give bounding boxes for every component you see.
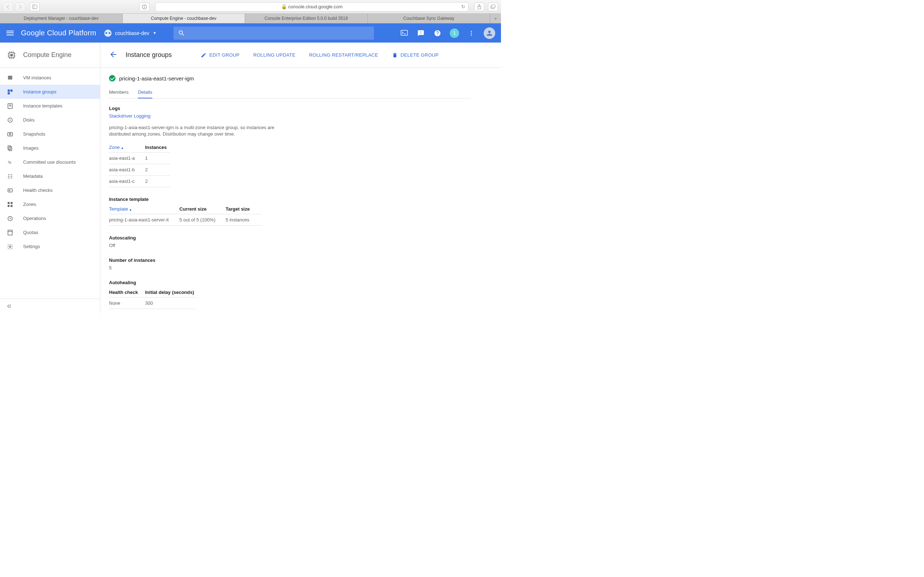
svg-point-37 [10, 133, 11, 135]
help-icon[interactable] [433, 29, 442, 37]
svg-rect-14 [10, 54, 13, 56]
clock-icon [6, 215, 14, 222]
svg-rect-36 [8, 132, 13, 136]
tab-details[interactable]: Details [138, 87, 152, 98]
browser-tab[interactable]: Couchbase Sync Gateway [368, 14, 491, 23]
sidebar-item-operations[interactable]: Operations [0, 211, 100, 226]
images-icon [6, 145, 14, 152]
url-bar[interactable]: 🔒 console.cloud.google.com ↻ [155, 2, 468, 11]
sidebar-item-images[interactable]: Images [0, 141, 100, 155]
gcp-header: Google Cloud Platform couchbase-dev ▼ 1 [0, 23, 501, 43]
num-instances-label: Number of instances [109, 258, 471, 263]
browser-tab[interactable]: Deployment Manager - couchbase-dev [0, 14, 123, 23]
template-header[interactable]: Template [109, 204, 179, 214]
gear-icon [6, 243, 14, 250]
back-button[interactable] [3, 3, 13, 11]
back-arrow-icon[interactable] [109, 50, 118, 60]
svg-rect-30 [8, 92, 10, 94]
sidebar-item-vm-instances[interactable]: VM instances [0, 71, 100, 85]
detail-tabs: Members Details [109, 87, 471, 98]
sidebar-item-instance-groups[interactable]: Instance groups [0, 85, 100, 99]
hamburger-menu-icon[interactable] [6, 29, 15, 37]
svg-point-12 [471, 34, 472, 35]
health-icon [6, 187, 14, 194]
zone-table: Zone Instances asia-east1-a1 asia-east1-… [109, 142, 170, 187]
sidebar-item-instance-templates[interactable]: Instance templates [0, 99, 100, 113]
table-row: pricing-1-asia-east1-server-it 5 out of … [109, 214, 262, 226]
new-tab-button[interactable]: + [490, 14, 501, 23]
table-row: asia-east1-a1 [109, 153, 170, 164]
site-info-button[interactable] [139, 3, 149, 11]
browser-tab[interactable]: Compute Engine - couchbase-dev [123, 14, 246, 23]
group-title-row: pricing-1-asia-east1-server-igm [109, 75, 471, 82]
zones-icon [6, 201, 14, 208]
more-icon[interactable] [467, 29, 476, 37]
cloud-shell-icon[interactable] [400, 29, 409, 37]
svg-rect-51 [11, 205, 13, 206]
sidebar-item-zones[interactable]: Zones [0, 197, 100, 211]
rolling-restart-button[interactable]: ROLLING RESTART/REPLACE [309, 52, 378, 58]
status-ok-icon [109, 75, 115, 82]
group-name: pricing-1-asia-east1-server-igm [119, 76, 194, 82]
lock-icon: 🔒 [281, 4, 287, 10]
groups-icon [6, 89, 14, 95]
stackdriver-link[interactable]: Stackdriver Logging [109, 113, 471, 119]
avatar[interactable] [484, 27, 495, 39]
table-row: asia-east1-b2 [109, 164, 170, 176]
svg-rect-48 [8, 202, 10, 204]
search-icon [178, 29, 185, 37]
tabs-button[interactable] [488, 3, 498, 11]
template-label: Instance template [109, 197, 471, 202]
percent-icon: % [6, 159, 14, 166]
sidebar-item-quotas[interactable]: Quotas [0, 226, 100, 239]
sidebar-collapse[interactable] [0, 298, 100, 313]
sidebar-item-committed-use[interactable]: %Committed use discounts [0, 155, 100, 169]
table-row: None 300 [109, 298, 195, 309]
project-icon [104, 29, 111, 37]
current-size-header: Current size [179, 204, 226, 214]
delete-group-button[interactable]: DELETE GROUP [392, 52, 439, 58]
autoscaling-label: Autoscaling [109, 235, 471, 240]
browser-tab[interactable]: Console Enterprise Edition 5.0.0 build 3… [245, 14, 368, 23]
zone-header[interactable]: Zone [109, 142, 145, 153]
gcp-logo[interactable]: Google Cloud Platform [21, 29, 96, 37]
quotas-icon [6, 229, 14, 236]
svg-point-11 [471, 32, 472, 34]
sidebar-item-health-checks[interactable]: Health checks [0, 183, 100, 197]
notifications-badge[interactable]: 1 [450, 29, 459, 38]
edit-group-button[interactable]: EDIT GROUP [201, 52, 240, 58]
reload-icon[interactable]: ↻ [461, 4, 465, 10]
metadata-icon [6, 173, 14, 180]
sidebar-items: VM instances Instance groups Instance te… [0, 68, 100, 298]
tab-members[interactable]: Members [109, 87, 129, 98]
page-header: Instance groups EDIT GROUP ROLLING UPDAT… [100, 43, 501, 68]
svg-rect-28 [8, 89, 10, 92]
project-name: couchbase-dev [115, 30, 149, 36]
instances-header: Instances [145, 142, 170, 153]
autoscaling-value: Off [109, 243, 471, 248]
project-picker[interactable]: couchbase-dev ▼ [104, 29, 157, 37]
forward-button[interactable] [15, 3, 25, 11]
svg-rect-29 [10, 89, 13, 92]
sidebar-item-disks[interactable]: Disks [0, 113, 100, 127]
app-body: Compute Engine VM instances Instance gro… [0, 43, 501, 313]
svg-point-10 [471, 31, 472, 32]
svg-rect-8 [401, 30, 407, 35]
svg-rect-50 [8, 205, 10, 206]
sidebar-item-metadata[interactable]: Metadata [0, 169, 100, 183]
initial-delay-header: Initial delay (seconds) [145, 287, 195, 298]
vm-icon [6, 74, 14, 82]
rolling-update-button[interactable]: ROLLING UPDATE [254, 52, 296, 58]
sidebar-toggle-button[interactable] [30, 3, 40, 11]
alert-icon[interactable] [417, 29, 425, 37]
autohealing-label: Autohealing [109, 280, 471, 285]
sidebar-item-snapshots[interactable]: Snapshots [0, 127, 100, 141]
search-input[interactable] [174, 27, 374, 40]
share-button[interactable] [474, 3, 485, 11]
sidebar-item-settings[interactable]: Settings [0, 239, 100, 253]
content: pricing-1-asia-east1-server-igm Members … [100, 68, 479, 313]
url-host: console.cloud.google.com [288, 4, 342, 10]
sidebar-title: Compute Engine [23, 51, 71, 59]
svg-point-35 [10, 119, 11, 121]
svg-rect-27 [8, 76, 12, 80]
